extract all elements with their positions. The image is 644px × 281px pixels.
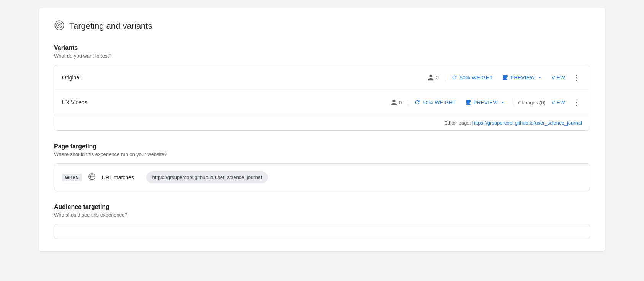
- variants-section: Variants What do you want to test? Origi…: [54, 44, 590, 131]
- when-badge: WHEN: [62, 174, 82, 181]
- user-count-original-value: 0: [436, 75, 438, 81]
- audience-targeting-title: Audience targeting: [54, 204, 590, 210]
- url-value-pill: https://grsupercool.github.io/user_scien…: [146, 171, 268, 183]
- weight-label-original: 50% WEIGHT: [460, 75, 493, 81]
- globe-icon: [88, 173, 96, 182]
- variant-row-original: Original 0 50% WEIGHT: [54, 65, 590, 90]
- variant-row-ux-videos: UX Videos 0 50% WEIGHT: [54, 90, 590, 115]
- page-container: Targeting and variants Variants What do …: [39, 8, 605, 251]
- svg-point-0: [55, 21, 64, 30]
- variant-name-original: Original: [62, 74, 421, 81]
- audience-targeting-section: Audience targeting Who should see this e…: [54, 204, 590, 239]
- user-count-original: 0: [427, 74, 445, 81]
- page-targeting-card: WHEN URL matches https://grsupercool.git…: [54, 163, 590, 191]
- more-button-original[interactable]: ⋮: [571, 71, 582, 84]
- weight-label-ux-videos: 50% WEIGHT: [423, 100, 456, 105]
- editor-page-row: Editor page: https://grsupercool.github.…: [54, 115, 590, 130]
- page-targeting-title: Page targeting: [54, 143, 590, 150]
- page-targeting-section: Page targeting Where should this experie…: [54, 143, 590, 191]
- variant-actions-ux-videos: 0 50% WEIGHT PREVIEW: [391, 96, 582, 108]
- page-targeting-subtitle: Where should this experience run on your…: [54, 151, 590, 157]
- user-count-ux-videos-value: 0: [399, 100, 402, 105]
- svg-point-2: [59, 25, 60, 26]
- weight-button-ux-videos[interactable]: 50% WEIGHT: [411, 98, 459, 107]
- audience-card-stub: [54, 224, 590, 239]
- variants-subtitle: What do you want to test?: [54, 53, 590, 59]
- page-title: Targeting and variants: [69, 21, 152, 31]
- target-icon: [54, 20, 65, 32]
- preview-button-ux-videos[interactable]: PREVIEW: [462, 98, 508, 107]
- view-button-ux-videos[interactable]: VIEW: [549, 98, 568, 107]
- preview-label-original: PREVIEW: [510, 75, 534, 81]
- variants-card: Original 0 50% WEIGHT: [54, 65, 590, 131]
- page-header: Targeting and variants: [54, 20, 590, 32]
- more-button-ux-videos[interactable]: ⋮: [571, 96, 582, 108]
- audience-targeting-subtitle: Who should see this experience?: [54, 212, 590, 218]
- svg-point-1: [57, 23, 62, 28]
- changes-label-ux-videos: Changes (0): [518, 100, 546, 105]
- variant-name-ux-videos: UX Videos: [62, 99, 384, 105]
- view-button-original[interactable]: VIEW: [549, 73, 568, 82]
- variants-title: Variants: [54, 44, 590, 51]
- user-count-ux-videos: 0: [391, 99, 408, 106]
- url-matches-label: URL matches: [102, 174, 140, 181]
- targeting-row: WHEN URL matches https://grsupercool.git…: [62, 171, 582, 183]
- editor-page-link[interactable]: https://grsupercool.github.io/user_scien…: [472, 120, 582, 126]
- preview-label-ux-videos: PREVIEW: [474, 100, 498, 105]
- preview-button-original[interactable]: PREVIEW: [499, 73, 545, 82]
- weight-button-original[interactable]: 50% WEIGHT: [448, 73, 496, 82]
- editor-page-label: Editor page:: [444, 120, 471, 126]
- separator: [513, 99, 513, 106]
- variant-actions-original: 0 50% WEIGHT PREVIEW: [427, 71, 582, 84]
